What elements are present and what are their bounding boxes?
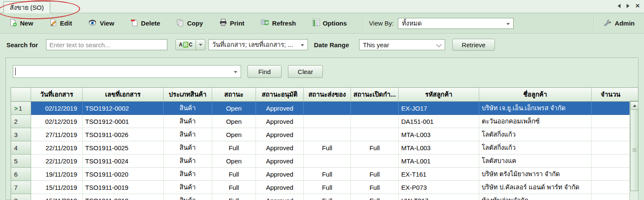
table-row[interactable]: 715/11/2019TSO1911-0019สินค้าFullApprove… (11, 181, 630, 194)
new-button[interactable]: New (5, 16, 37, 30)
cell-amount[interactable] (592, 115, 630, 128)
cell-approve_status[interactable]: Approved (256, 194, 304, 200)
cell-date[interactable]: 02/12/2019 (31, 115, 83, 128)
cell-num[interactable]: 8 (11, 194, 31, 200)
cell-approve_status[interactable]: Approved (256, 128, 304, 141)
cell-approve_status[interactable]: Approved (256, 168, 304, 181)
cell-approve_status[interactable]: Approved (256, 181, 304, 194)
cell-customer_name[interactable]: โลตัสกิ่งแก้ว (479, 128, 592, 141)
cell-doc_no[interactable]: TSO1911-0019 (83, 181, 164, 194)
cell-product_type[interactable]: สินค้า (164, 168, 212, 181)
cell-date[interactable]: 02/12/2019 (31, 102, 83, 115)
cell-customer_name[interactable]: โลตัสกิ่งแก้ว (479, 141, 592, 154)
cell-status[interactable]: Full (212, 168, 256, 181)
cell-ship_status[interactable] (304, 102, 351, 115)
cell-amount[interactable] (592, 102, 630, 115)
cell-customer_name[interactable]: โลตัสบางแค (479, 154, 592, 168)
date-range-select[interactable]: This year (359, 39, 445, 50)
cell-product_type[interactable]: สินค้า (164, 181, 212, 194)
header-document-number[interactable]: เลขที่เอกสาร (83, 88, 164, 102)
find-combo-input[interactable] (13, 65, 241, 78)
cell-ship_status[interactable] (304, 154, 351, 168)
cell-open_status[interactable] (351, 128, 399, 141)
cell-amount[interactable] (592, 128, 630, 141)
cell-status[interactable]: Full (212, 141, 256, 154)
cell-product_type[interactable]: สินค้า (164, 194, 212, 200)
table-row[interactable]: 522/11/2019TSO1911-0024สินค้าOpenApprove… (11, 154, 630, 168)
cell-date[interactable]: 27/11/2019 (31, 128, 83, 141)
cell-open_status[interactable]: Full (351, 168, 399, 181)
cell-doc_no[interactable]: TSO1911-0020 (83, 168, 164, 181)
cell-customer_code[interactable]: MTA-L003 (399, 128, 479, 141)
cell-date[interactable]: 19/11/2019 (31, 168, 83, 181)
print-button[interactable]: Print (215, 16, 249, 30)
cell-product_type[interactable]: สินค้า (164, 102, 212, 115)
cell-customer_code[interactable]: HW-T017 (399, 194, 479, 200)
cell-amount[interactable] (592, 168, 630, 181)
cell-customer_code[interactable]: EX-P073 (399, 181, 479, 194)
vertical-scrollbar[interactable] (630, 101, 638, 200)
cell-ship_status[interactable]: Full (304, 141, 351, 154)
cell-customer_code[interactable]: MTA-L003 (399, 141, 479, 154)
cell-product_type[interactable]: สินค้า (164, 115, 212, 128)
cell-doc_no[interactable]: TSO1911-0018 (83, 194, 164, 200)
table-row[interactable]: 327/11/2019TSO1911-0026สินค้าOpenApprove… (11, 128, 630, 141)
header-customer-name[interactable]: ชื่อลูกค้า (479, 88, 592, 102)
header-open-status[interactable]: สถานะเปิดกำ... (351, 88, 399, 102)
cell-customer_name[interactable]: บริษัท ป.คัลเลอร์ แอนด์ พาร์ท จำกัด (479, 181, 592, 194)
cell-doc_no[interactable]: TSO1912-0002 (83, 102, 164, 115)
cell-open_status[interactable] (351, 154, 399, 168)
cell-num[interactable]: 6 (11, 168, 31, 181)
retrieve-button[interactable]: Retrieve (452, 39, 495, 51)
cell-ship_status[interactable]: Full (304, 194, 351, 200)
scroll-up-button[interactable] (630, 101, 638, 110)
cell-open_status[interactable]: Full (351, 181, 399, 194)
cell-amount[interactable] (592, 194, 630, 200)
header-amount[interactable]: จำนวน (592, 88, 630, 102)
abc-dropdown-button[interactable] (196, 39, 205, 50)
cell-num[interactable]: 2 (11, 115, 31, 128)
cell-amount[interactable] (592, 141, 630, 154)
cell-customer_code[interactable]: EX-JO17 (399, 102, 479, 115)
search-fields-select[interactable]: วันที่เอกสาร; เลขที่เอกสาร; ... (208, 39, 308, 50)
cell-num[interactable]: 7 (11, 181, 31, 194)
options-button[interactable]: Options (308, 16, 351, 30)
cell-customer_code[interactable]: MTA-L001 (399, 154, 479, 168)
cell-date[interactable]: 15/11/2019 (31, 181, 83, 194)
table-row[interactable]: 815/11/2019TSO1911-0018สินค้าFullApprove… (11, 194, 630, 200)
cell-status[interactable]: Open (212, 102, 256, 115)
cell-customer_code[interactable]: DA151-001 (399, 115, 479, 128)
cell-product_type[interactable]: สินค้า (164, 128, 212, 141)
cell-customer_name[interactable]: บริษัท ตรังไม้ยางพารา จำกัด (479, 168, 592, 181)
header-customer-code[interactable]: รหัสลูกค้า (399, 88, 479, 102)
cell-product_type[interactable]: สินค้า (164, 154, 212, 168)
cell-date[interactable]: 22/11/2019 (31, 154, 83, 168)
cell-customer_name[interactable]: ห้างหุ้นส่วนจำกัด ... (479, 194, 592, 200)
view-by-select[interactable]: ทั้งหมด (398, 18, 514, 29)
cell-date[interactable]: 22/11/2019 (31, 141, 83, 154)
cell-doc_no[interactable]: TSO1911-0024 (83, 154, 164, 168)
nav-forward-icon[interactable] (627, 4, 630, 8)
cell-open_status[interactable]: Full (351, 194, 399, 200)
find-button[interactable]: Find (247, 65, 282, 78)
cell-status[interactable]: Open (212, 128, 256, 141)
header-approve-status[interactable]: สถานะอนุมัติ (256, 88, 304, 102)
cell-approve_status[interactable]: Approved (256, 115, 304, 128)
cell-doc_no[interactable]: TSO1911-0026 (83, 128, 164, 141)
table-row[interactable]: >102/12/2019TSO1912-0002สินค้าOpenApprov… (11, 102, 630, 115)
tab-sales-order[interactable]: สั่งขาย (SO) (3, 1, 50, 13)
cell-amount[interactable] (592, 154, 630, 168)
delete-button[interactable]: Delete (126, 16, 164, 30)
nav-back-icon[interactable] (618, 4, 621, 8)
close-icon[interactable]: × (635, 3, 640, 9)
cell-status[interactable]: Open (212, 115, 256, 128)
admin-button[interactable]: Admin (599, 17, 639, 30)
header-status[interactable]: สถานะ (212, 88, 256, 102)
header-ship-status[interactable]: สถานะส่งของ (304, 88, 351, 102)
cell-approve_status[interactable]: Approved (256, 154, 304, 168)
cell-amount[interactable] (592, 181, 630, 194)
table-row[interactable]: 619/11/2019TSO1911-0020สินค้าFullApprove… (11, 168, 630, 181)
cell-num[interactable]: 3 (11, 128, 31, 141)
table-row[interactable]: 422/11/2019TSO1911-0025สินค้าFullApprove… (11, 141, 630, 154)
cell-status[interactable]: Full (212, 194, 256, 200)
